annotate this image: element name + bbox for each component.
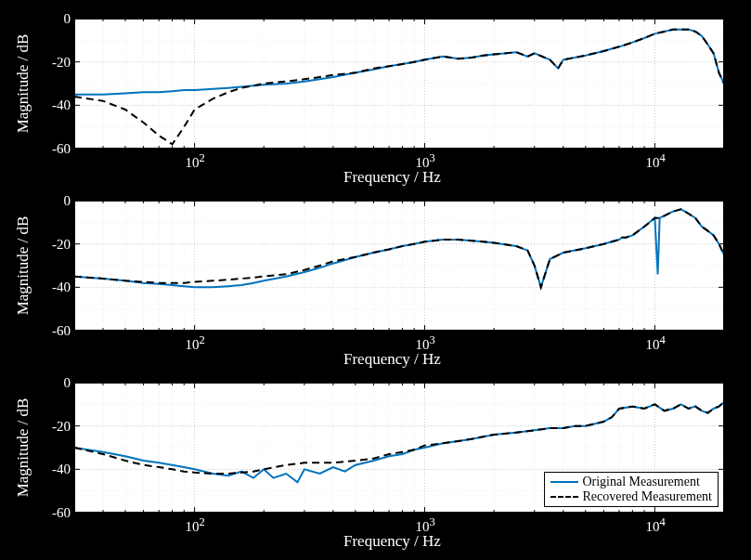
legend-swatch-recovered [550, 496, 578, 498]
y-tick: 0 [45, 193, 71, 209]
chart-2-svg [74, 201, 724, 331]
y-tick: -60 [45, 141, 71, 157]
legend: Original Measurement Recovered Measureme… [544, 472, 719, 507]
y-axis-label: Magnitude / dB [14, 216, 32, 316]
x-axis-label: Frequency / Hz [343, 532, 441, 551]
y-tick: -40 [45, 462, 71, 477]
x-tick: 102 [185, 515, 204, 535]
y-tick: 0 [45, 11, 71, 27]
legend-entry-recovered: Recovered Measurement [550, 489, 712, 504]
y-tick: -40 [45, 280, 71, 295]
x-tick: 102 [185, 151, 204, 171]
y-tick: 0 [45, 375, 71, 391]
chart-panel-3: Original Measurement Recovered Measureme… [74, 383, 724, 513]
legend-label: Original Measurement [582, 475, 699, 489]
y-tick: -20 [45, 237, 71, 253]
chart-1-svg [74, 19, 724, 149]
x-tick: 102 [185, 333, 204, 353]
legend-label: Recovered Measurement [582, 489, 712, 504]
x-axis-label: Frequency / Hz [343, 168, 441, 187]
y-tick: -20 [45, 55, 71, 71]
y-tick: -20 [45, 419, 71, 435]
x-tick: 104 [645, 151, 665, 171]
chart-panel-2 [74, 201, 724, 331]
legend-entry-original: Original Measurement [550, 475, 712, 489]
x-tick: 104 [645, 515, 665, 535]
legend-swatch-original [550, 481, 578, 483]
chart-panel-1 [74, 19, 724, 149]
x-tick: 104 [645, 333, 665, 353]
y-axis-label: Magnitude / dB [14, 34, 32, 134]
y-axis-label: Magnitude / dB [14, 398, 32, 498]
y-tick: -40 [45, 98, 71, 113]
y-tick: -60 [45, 323, 71, 339]
x-axis-label: Frequency / Hz [343, 350, 441, 369]
y-tick: -60 [45, 505, 71, 521]
